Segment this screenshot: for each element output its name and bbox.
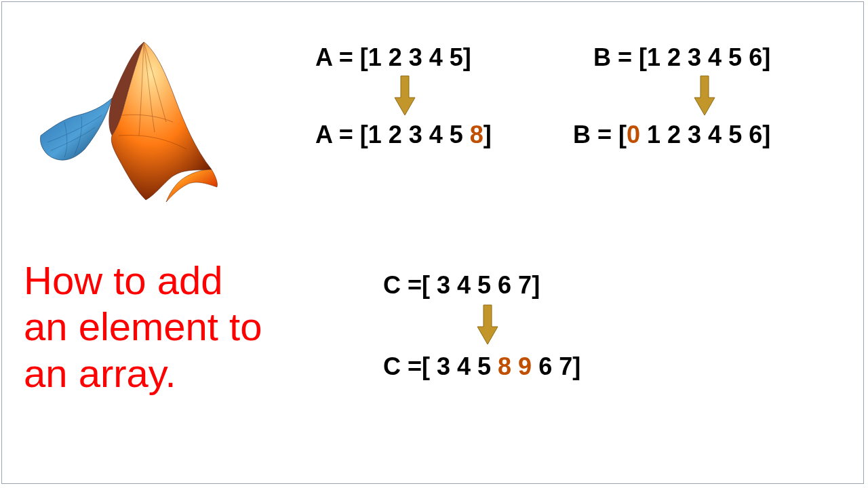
array-C-after-prefix: C =[ 3 4 5: [383, 352, 498, 380]
array-A-after-suffix: ]: [484, 121, 492, 148]
title-line1: How to add: [24, 258, 222, 302]
matlab-logo: [27, 34, 231, 217]
arrow-C: [476, 304, 499, 346]
array-A-after: A = [1 2 3 4 5 8]: [315, 121, 492, 149]
title-line3: an array.: [24, 351, 176, 395]
array-A-before-text: A = [1 2 3 4 5]: [315, 43, 471, 71]
slide-title: How to add an element to an array.: [24, 258, 262, 396]
array-B-after-highlight: 0: [627, 121, 640, 148]
arrow-A: [393, 75, 416, 117]
array-A-after-prefix: A = [1 2 3 4 5: [315, 121, 470, 148]
arrow-B: [693, 75, 716, 117]
array-B-before-text: B = [1 2 3 4 5 6]: [593, 43, 770, 71]
array-B-after-prefix: B = [: [573, 121, 627, 148]
array-B-after: B = [0 1 2 3 4 5 6]: [573, 121, 770, 149]
array-B-before: B = [1 2 3 4 5 6]: [593, 43, 770, 72]
array-C-before: C =[ 3 4 5 6 7]: [383, 271, 540, 300]
array-C-after-suffix: 6 7]: [532, 352, 580, 380]
array-C-after: C =[ 3 4 5 8 9 6 7]: [383, 352, 580, 381]
array-A-after-highlight: 8: [470, 121, 484, 148]
array-C-before-text: C =[ 3 4 5 6 7]: [383, 271, 540, 299]
array-C-after-highlight: 8 9: [498, 352, 532, 380]
array-B-after-suffix: 1 2 3 4 5 6]: [640, 121, 770, 148]
title-line2: an element to: [24, 304, 262, 348]
array-A-before: A = [1 2 3 4 5]: [315, 43, 471, 72]
